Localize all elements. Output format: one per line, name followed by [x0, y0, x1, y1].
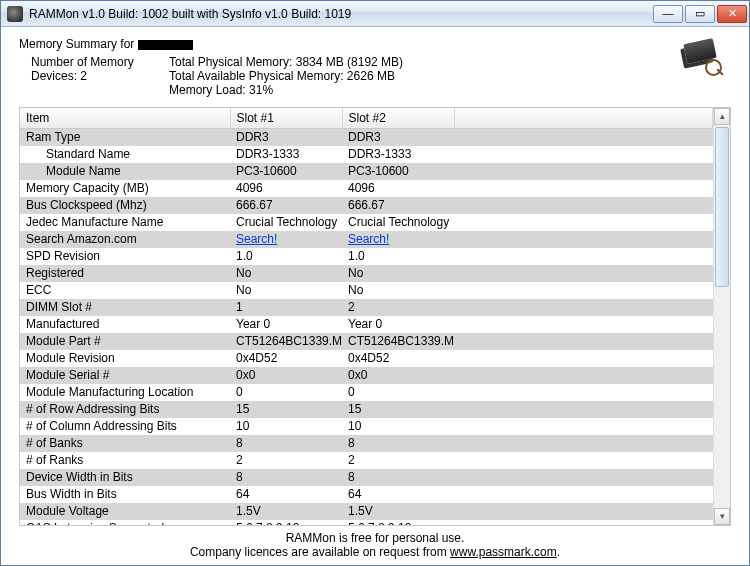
table-row[interactable]: Module Revision0x4D520x4D52 — [20, 350, 713, 367]
row-slot2[interactable]: Search! — [342, 231, 454, 248]
row-slot1: PC3-10600 — [230, 163, 342, 180]
table-row[interactable]: # of Row Addressing Bits1515 — [20, 401, 713, 418]
row-label: Bus Clockspeed (Mhz) — [20, 197, 230, 214]
row-slot1: DDR3 — [230, 129, 342, 146]
table-row[interactable]: SPD Revision1.01.0 — [20, 248, 713, 265]
row-slot2: 8 — [342, 469, 454, 486]
table-row[interactable]: Module Part #CT51264BC1339.M16FCT51264BC… — [20, 333, 713, 350]
row-slot2: 5 6 7 8 9 10 — [342, 520, 454, 526]
row-label: Manufactured — [20, 316, 230, 333]
row-label: # of Column Addressing Bits — [20, 418, 230, 435]
table-row[interactable]: Module Manufacturing Location00 — [20, 384, 713, 401]
row-spacer — [454, 367, 713, 384]
table-row[interactable]: # of Banks88 — [20, 435, 713, 452]
row-slot2: CT51264BC1339.M16F — [342, 333, 454, 350]
row-label: ECC — [20, 282, 230, 299]
table-row[interactable]: Device Width in Bits88 — [20, 469, 713, 486]
row-slot2: Crucial Technology — [342, 214, 454, 231]
row-label: Module Voltage — [20, 503, 230, 520]
table-row[interactable]: Module NamePC3-10600PC3-10600 — [20, 163, 713, 180]
row-spacer — [454, 214, 713, 231]
row-slot1: 2 — [230, 452, 342, 469]
table-row[interactable]: ManufacturedYear 0Year 0 — [20, 316, 713, 333]
row-slot1: 1.0 — [230, 248, 342, 265]
table-row[interactable]: Standard NameDDR3-1333DDR3-1333 — [20, 146, 713, 163]
row-label: SPD Revision — [20, 248, 230, 265]
search-link[interactable]: Search! — [236, 232, 277, 246]
table-row[interactable]: DIMM Slot #12 — [20, 299, 713, 316]
row-slot1: 0 — [230, 384, 342, 401]
row-slot1[interactable]: Search! — [230, 231, 342, 248]
table-row[interactable]: Ram TypeDDR3DDR3 — [20, 129, 713, 146]
row-label: Module Manufacturing Location — [20, 384, 230, 401]
scroll-up-button[interactable]: ▴ — [714, 108, 730, 125]
table-row[interactable]: Memory Capacity (MB)40964096 — [20, 180, 713, 197]
table-row[interactable]: Search Amazon.comSearch!Search! — [20, 231, 713, 248]
row-label: Search Amazon.com — [20, 231, 230, 248]
row-spacer — [454, 384, 713, 401]
row-slot1: No — [230, 265, 342, 282]
search-link[interactable]: Search! — [348, 232, 389, 246]
row-spacer — [454, 282, 713, 299]
footer-line2: Company licences are available on reques… — [19, 545, 731, 559]
row-slot2: DDR3-1333 — [342, 146, 454, 163]
row-slot2: 15 — [342, 401, 454, 418]
row-spacer — [454, 146, 713, 163]
close-button[interactable]: ✕ — [717, 5, 747, 23]
row-slot2: 4096 — [342, 180, 454, 197]
table-row[interactable]: Module Voltage1.5V1.5V — [20, 503, 713, 520]
table-row[interactable]: CAS Latencies Supported5 6 7 8 9 105 6 7… — [20, 520, 713, 526]
table-row[interactable]: Bus Width in Bits6464 — [20, 486, 713, 503]
maximize-button[interactable]: ▭ — [685, 5, 715, 23]
row-slot1: CT51264BC1339.M16F — [230, 333, 342, 350]
row-spacer — [454, 248, 713, 265]
row-slot1: Crucial Technology — [230, 214, 342, 231]
table-row[interactable]: RegisteredNoNo — [20, 265, 713, 282]
table-row[interactable]: Module Serial #0x00x0 — [20, 367, 713, 384]
row-spacer — [454, 197, 713, 214]
row-slot2: No — [342, 265, 454, 282]
minimize-button[interactable]: — — [653, 5, 683, 23]
row-slot2: 0x4D52 — [342, 350, 454, 367]
table-header-row: Item Slot #1 Slot #2 — [20, 108, 713, 129]
row-slot2: 1.5V — [342, 503, 454, 520]
vertical-scrollbar[interactable]: ▴ ▾ — [713, 108, 730, 525]
row-slot1: Year 0 — [230, 316, 342, 333]
row-spacer — [454, 231, 713, 248]
row-slot1: 666.67 — [230, 197, 342, 214]
header-item[interactable]: Item — [20, 108, 230, 129]
row-spacer — [454, 180, 713, 197]
row-slot1: DDR3-1333 — [230, 146, 342, 163]
table-row[interactable]: # of Ranks22 — [20, 452, 713, 469]
header-slot1[interactable]: Slot #1 — [230, 108, 342, 129]
table-row[interactable]: # of Column Addressing Bits1010 — [20, 418, 713, 435]
scroll-thumb[interactable] — [715, 127, 729, 287]
row-slot2: 666.67 — [342, 197, 454, 214]
devices-value: 2 — [80, 69, 87, 83]
passmark-link[interactable]: www.passmark.com — [450, 545, 557, 559]
row-slot1: 64 — [230, 486, 342, 503]
row-slot2: 64 — [342, 486, 454, 503]
scroll-track[interactable] — [714, 125, 730, 508]
header-slot2[interactable]: Slot #2 — [342, 108, 454, 129]
memory-grid[interactable]: Item Slot #1 Slot #2 Ram TypeDDR3DDR3Sta… — [20, 108, 713, 525]
memory-load: Memory Load: 31% — [169, 83, 679, 97]
table-row[interactable]: Bus Clockspeed (Mhz)666.67666.67 — [20, 197, 713, 214]
row-slot1: 0x4D52 — [230, 350, 342, 367]
scroll-down-button[interactable]: ▾ — [714, 508, 730, 525]
row-spacer — [454, 129, 713, 146]
row-slot2: 8 — [342, 435, 454, 452]
row-slot1: 1 — [230, 299, 342, 316]
title-bar[interactable]: RAMMon v1.0 Build: 1002 built with SysIn… — [1, 1, 749, 27]
row-slot2: 2 — [342, 452, 454, 469]
table-row[interactable]: Jedec Manufacture NameCrucial Technology… — [20, 214, 713, 231]
row-slot2: DDR3 — [342, 129, 454, 146]
redacted-hostname — [138, 40, 193, 50]
row-spacer — [454, 435, 713, 452]
row-slot2: 1.0 — [342, 248, 454, 265]
row-slot2: Year 0 — [342, 316, 454, 333]
row-spacer — [454, 316, 713, 333]
row-slot1: No — [230, 282, 342, 299]
table-row[interactable]: ECCNoNo — [20, 282, 713, 299]
row-label: Module Revision — [20, 350, 230, 367]
